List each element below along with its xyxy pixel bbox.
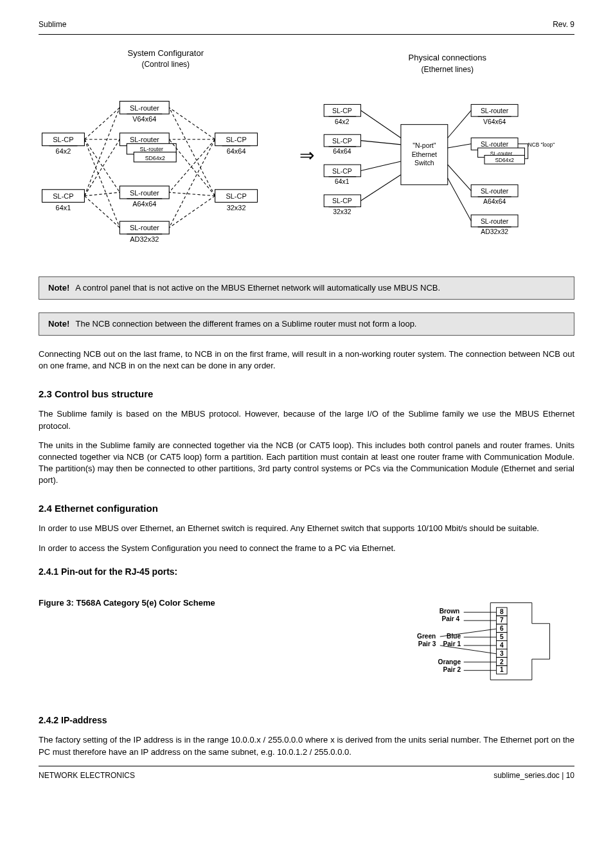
svg-line-42 — [169, 107, 215, 139]
svg-text:1: 1 — [500, 667, 504, 674]
svg-text:64x64: 64x64 — [227, 147, 246, 155]
note-box-1: Note! A control panel that is not active… — [39, 276, 574, 300]
heading-ip: 2.4.2 IP-address — [39, 714, 574, 727]
svg-text:A64x64: A64x64 — [483, 199, 505, 206]
svg-text:7: 7 — [500, 617, 504, 624]
svg-text:3: 3 — [500, 650, 504, 657]
svg-line-49 — [169, 195, 215, 227]
header-right: Rev. 9 — [553, 19, 574, 30]
footer-right: sublime_series.doc | 10 — [493, 770, 574, 781]
svg-text:SL-router: SL-router — [140, 146, 164, 152]
svg-text:Pair 2: Pair 2 — [443, 666, 461, 673]
footer-left: NETWORK ELECTRONICS — [39, 770, 135, 781]
diagram-left-sub: (Control lines) — [39, 59, 293, 70]
svg-text:4: 4 — [500, 642, 504, 649]
diagram-right-svg: SL-CP64x2 SL-CP64x64 SL-CP64x1 SL-CP32x3… — [321, 81, 575, 255]
svg-text:SL-router: SL-router — [480, 188, 508, 195]
svg-text:32x32: 32x32 — [227, 203, 246, 211]
svg-text:AD32x32: AD32x32 — [130, 235, 159, 243]
svg-text:SL-CP: SL-CP — [332, 107, 352, 114]
svg-line-34 — [84, 107, 120, 139]
note-label: Note! — [48, 283, 69, 293]
svg-text:Brown: Brown — [440, 608, 460, 615]
svg-text:SL-router: SL-router — [480, 218, 508, 225]
svg-text:SL-router: SL-router — [130, 224, 159, 231]
svg-text:2: 2 — [500, 658, 504, 665]
svg-text:SL-CP: SL-CP — [332, 138, 352, 145]
svg-text:64x1: 64x1 — [56, 203, 71, 211]
svg-text:SL-router: SL-router — [480, 107, 508, 114]
svg-text:V64x64: V64x64 — [483, 118, 505, 125]
svg-line-92 — [360, 175, 400, 201]
svg-text:AD32x32: AD32x32 — [481, 229, 508, 236]
svg-line-41 — [84, 195, 120, 227]
svg-text:64x64: 64x64 — [333, 149, 351, 156]
diagram-left: System Configurator (Control lines) SL-C… — [39, 48, 293, 264]
para: The units in the Sublime family are conn… — [39, 440, 574, 487]
svg-text:SL-CP: SL-CP — [332, 168, 352, 175]
svg-text:SL-router: SL-router — [130, 136, 159, 143]
diagram-left-title: System Configurator — [39, 48, 293, 59]
heading-control-bus: 2.3 Control bus structure — [39, 387, 574, 401]
diagram-right-sub: (Ethernet lines) — [321, 64, 575, 75]
svg-text:SL-router: SL-router — [130, 188, 159, 196]
diagram-right-title: Physical connections — [321, 52, 575, 64]
svg-text:SL-router: SL-router — [480, 141, 508, 148]
svg-text:Ethernet: Ethernet — [411, 151, 436, 158]
svg-text:64x2: 64x2 — [56, 147, 71, 155]
rj45-figure-row: Figure 3: T568A Category 5(e) Color Sche… — [39, 591, 574, 701]
svg-text:Pair 1: Pair 1 — [443, 640, 461, 647]
diagram-right: Physical connections (Ethernet lines) SL… — [321, 52, 575, 258]
implies-arrow-icon: ⇒ — [299, 143, 314, 168]
svg-line-90 — [360, 141, 400, 145]
svg-text:V64x64: V64x64 — [132, 115, 156, 123]
note-label: Note! — [48, 319, 69, 329]
svg-text:Orange: Orange — [438, 658, 461, 665]
para: The Sublime family is based on the MBUS … — [39, 408, 574, 431]
note-box-2: Note! The NCB connection between the dif… — [39, 312, 574, 336]
svg-line-94 — [447, 144, 470, 148]
rj45-diagram: 8 7 6 5 4 3 2 1 BrownPair 4 GreenPair — [407, 591, 574, 701]
footer-rule — [39, 766, 574, 766]
svg-text:SD64x2: SD64x2 — [145, 154, 165, 161]
svg-line-96 — [447, 178, 470, 221]
header-left: Sublime — [39, 19, 66, 30]
svg-text:8: 8 — [500, 608, 504, 615]
note-text: The NCB connection between the different… — [76, 319, 417, 329]
svg-line-91 — [360, 161, 400, 171]
svg-text:6: 6 — [500, 625, 504, 632]
svg-text:SL-CP: SL-CP — [332, 198, 352, 205]
svg-line-48 — [169, 192, 215, 195]
para-after-notes: Connecting NCB out on the last frame, to… — [39, 348, 574, 372]
header-rule — [39, 34, 574, 35]
svg-text:64x2: 64x2 — [335, 118, 350, 125]
svg-text:Blue: Blue — [447, 633, 461, 640]
svg-text:A64x64: A64x64 — [132, 200, 156, 208]
page-footer: NETWORK ELECTRONICS sublime_series.doc |… — [39, 770, 574, 781]
svg-text:64x1: 64x1 — [335, 179, 350, 186]
svg-text:"N-port": "N-port" — [413, 142, 436, 149]
svg-text:32x32: 32x32 — [333, 208, 351, 215]
svg-text:SL-router: SL-router — [130, 104, 159, 112]
svg-text:SD64x2: SD64x2 — [495, 157, 514, 163]
svg-text:Switch: Switch — [414, 159, 434, 167]
svg-text:Pair 4: Pair 4 — [442, 616, 460, 623]
heading-eth-config: 2.4 Ethernet configuration — [39, 502, 574, 515]
svg-line-89 — [360, 111, 400, 138]
note-text: A control panel that is not active on th… — [75, 283, 440, 293]
rj45-svg: 8 7 6 5 4 3 2 1 BrownPair 4 GreenPair — [407, 591, 562, 698]
svg-text:NCB "loop": NCB "loop" — [528, 141, 555, 148]
svg-text:Pair 3: Pair 3 — [418, 640, 436, 647]
svg-text:5: 5 — [500, 633, 504, 640]
svg-text:SL-CP: SL-CP — [226, 136, 246, 143]
rj45-figure-caption: Figure 3: T568A Category 5(e) Color Sche… — [39, 591, 395, 609]
para: The factory setting of the IP address is… — [39, 734, 574, 757]
heading-pinout: 2.4.1 Pin-out for the RJ-45 ports: — [39, 566, 574, 579]
svg-line-93 — [447, 111, 470, 138]
svg-line-40 — [84, 192, 120, 195]
svg-text:SL-CP: SL-CP — [53, 192, 73, 200]
diagram-left-svg: SL-CP 64x2 SL-CP 64x1 SL-router V64x64 S… — [39, 77, 293, 260]
svg-text:Green: Green — [417, 633, 436, 640]
svg-text:SL-CP: SL-CP — [226, 192, 246, 200]
svg-text:SL-CP: SL-CP — [53, 136, 73, 143]
